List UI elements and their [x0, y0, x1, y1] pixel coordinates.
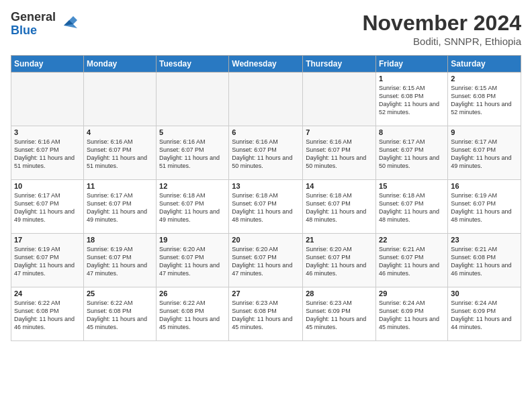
- calendar-cell: [229, 73, 303, 126]
- day-info: Sunrise: 6:18 AMSunset: 6:07 PMDaylight:…: [232, 191, 300, 224]
- day-number: 1: [379, 75, 445, 83]
- day-number: 16: [451, 182, 518, 190]
- col-sunday: Sunday: [11, 56, 84, 73]
- calendar-cell: [83, 73, 156, 126]
- day-info: Sunrise: 6:19 AMSunset: 6:07 PMDaylight:…: [451, 191, 518, 224]
- calendar-cell: 21Sunrise: 6:20 AMSunset: 6:07 PMDayligh…: [303, 234, 376, 287]
- day-number: 8: [379, 128, 445, 136]
- day-info: Sunrise: 6:20 AMSunset: 6:07 PMDaylight:…: [306, 245, 373, 278]
- day-number: 11: [87, 182, 153, 190]
- day-info: Sunrise: 6:22 AMSunset: 6:08 PMDaylight:…: [159, 299, 226, 332]
- day-number: 2: [451, 75, 518, 83]
- calendar-cell: 10Sunrise: 6:17 AMSunset: 6:07 PMDayligh…: [11, 180, 84, 234]
- calendar-week-row: 17Sunrise: 6:19 AMSunset: 6:07 PMDayligh…: [11, 234, 521, 287]
- day-number: 13: [232, 182, 300, 190]
- day-info: Sunrise: 6:17 AMSunset: 6:07 PMDaylight:…: [451, 138, 518, 171]
- day-info: Sunrise: 6:23 AMSunset: 6:09 PMDaylight:…: [306, 299, 373, 332]
- calendar-cell: 20Sunrise: 6:20 AMSunset: 6:07 PMDayligh…: [229, 234, 303, 287]
- day-info: Sunrise: 6:16 AMSunset: 6:07 PMDaylight:…: [306, 138, 373, 171]
- day-info: Sunrise: 6:19 AMSunset: 6:07 PMDaylight:…: [14, 245, 81, 278]
- calendar-cell: 23Sunrise: 6:21 AMSunset: 6:08 PMDayligh…: [448, 234, 521, 287]
- day-number: 28: [306, 289, 373, 298]
- calendar-header-row: Sunday Monday Tuesday Wednesday Thursday…: [11, 56, 521, 73]
- calendar-week-row: 1Sunrise: 6:15 AMSunset: 6:08 PMDaylight…: [11, 73, 521, 126]
- day-number: 3: [14, 128, 81, 136]
- calendar-cell: 9Sunrise: 6:17 AMSunset: 6:07 PMDaylight…: [448, 126, 521, 180]
- calendar-cell: 13Sunrise: 6:18 AMSunset: 6:07 PMDayligh…: [229, 180, 303, 234]
- calendar-cell: 4Sunrise: 6:16 AMSunset: 6:07 PMDaylight…: [83, 126, 156, 180]
- calendar-cell: 2Sunrise: 6:15 AMSunset: 6:08 PMDaylight…: [448, 73, 521, 126]
- logo: General Blue: [11, 11, 79, 38]
- day-number: 26: [159, 289, 226, 298]
- logo-icon: [58, 11, 79, 34]
- day-number: 25: [87, 289, 153, 298]
- col-tuesday: Tuesday: [157, 56, 229, 73]
- calendar-cell: [303, 73, 376, 126]
- day-number: 19: [159, 236, 226, 244]
- location-title: Boditi, SNNPR, Ethiopia: [362, 36, 521, 47]
- calendar-cell: 7Sunrise: 6:16 AMSunset: 6:07 PMDaylight…: [303, 126, 376, 180]
- day-info: Sunrise: 6:18 AMSunset: 6:07 PMDaylight:…: [379, 191, 445, 224]
- calendar-cell: 26Sunrise: 6:22 AMSunset: 6:08 PMDayligh…: [157, 287, 229, 341]
- day-number: 23: [451, 236, 518, 244]
- day-number: 14: [306, 182, 373, 190]
- calendar-cell: [157, 73, 229, 126]
- calendar: Sunday Monday Tuesday Wednesday Thursday…: [11, 55, 521, 341]
- day-info: Sunrise: 6:23 AMSunset: 6:08 PMDaylight:…: [232, 299, 300, 332]
- day-info: Sunrise: 6:15 AMSunset: 6:08 PMDaylight:…: [451, 84, 518, 117]
- day-number: 21: [306, 236, 373, 244]
- calendar-cell: 25Sunrise: 6:22 AMSunset: 6:08 PMDayligh…: [83, 287, 156, 341]
- day-info: Sunrise: 6:24 AMSunset: 6:09 PMDaylight:…: [451, 299, 518, 332]
- day-info: Sunrise: 6:18 AMSunset: 6:07 PMDaylight:…: [306, 191, 373, 224]
- calendar-cell: 18Sunrise: 6:19 AMSunset: 6:07 PMDayligh…: [83, 234, 156, 287]
- day-info: Sunrise: 6:16 AMSunset: 6:07 PMDaylight:…: [87, 138, 153, 171]
- calendar-cell: 19Sunrise: 6:20 AMSunset: 6:07 PMDayligh…: [157, 234, 229, 287]
- calendar-cell: 6Sunrise: 6:16 AMSunset: 6:07 PMDaylight…: [229, 126, 303, 180]
- day-info: Sunrise: 6:20 AMSunset: 6:07 PMDaylight:…: [159, 245, 226, 278]
- day-info: Sunrise: 6:21 AMSunset: 6:07 PMDaylight:…: [379, 245, 445, 278]
- day-number: 22: [379, 236, 445, 244]
- calendar-cell: 24Sunrise: 6:22 AMSunset: 6:08 PMDayligh…: [11, 287, 84, 341]
- calendar-cell: 5Sunrise: 6:16 AMSunset: 6:07 PMDaylight…: [157, 126, 229, 180]
- day-number: 15: [379, 182, 445, 190]
- day-info: Sunrise: 6:22 AMSunset: 6:08 PMDaylight:…: [87, 299, 153, 332]
- day-info: Sunrise: 6:21 AMSunset: 6:08 PMDaylight:…: [451, 245, 518, 278]
- day-number: 30: [451, 289, 518, 298]
- day-number: 12: [159, 182, 226, 190]
- calendar-week-row: 24Sunrise: 6:22 AMSunset: 6:08 PMDayligh…: [11, 287, 521, 341]
- day-number: 6: [232, 128, 300, 136]
- day-info: Sunrise: 6:15 AMSunset: 6:08 PMDaylight:…: [379, 84, 445, 117]
- day-number: 29: [379, 289, 445, 298]
- calendar-cell: 17Sunrise: 6:19 AMSunset: 6:07 PMDayligh…: [11, 234, 84, 287]
- day-number: 20: [232, 236, 300, 244]
- calendar-cell: 11Sunrise: 6:17 AMSunset: 6:07 PMDayligh…: [83, 180, 156, 234]
- calendar-cell: 22Sunrise: 6:21 AMSunset: 6:07 PMDayligh…: [376, 234, 448, 287]
- day-info: Sunrise: 6:16 AMSunset: 6:07 PMDaylight:…: [232, 138, 300, 171]
- day-number: 24: [14, 289, 81, 298]
- col-monday: Monday: [83, 56, 156, 73]
- page: General Blue November 2024 Boditi, SNNPR…: [0, 0, 532, 411]
- calendar-cell: 28Sunrise: 6:23 AMSunset: 6:09 PMDayligh…: [303, 287, 376, 341]
- day-number: 4: [87, 128, 153, 136]
- day-number: 17: [14, 236, 81, 244]
- calendar-cell: 14Sunrise: 6:18 AMSunset: 6:07 PMDayligh…: [303, 180, 376, 234]
- day-info: Sunrise: 6:24 AMSunset: 6:09 PMDaylight:…: [379, 299, 445, 332]
- calendar-cell: 30Sunrise: 6:24 AMSunset: 6:09 PMDayligh…: [448, 287, 521, 341]
- calendar-cell: 12Sunrise: 6:18 AMSunset: 6:07 PMDayligh…: [157, 180, 229, 234]
- month-title: November 2024: [362, 11, 521, 36]
- col-thursday: Thursday: [303, 56, 376, 73]
- col-saturday: Saturday: [448, 56, 521, 73]
- header: General Blue November 2024 Boditi, SNNPR…: [11, 11, 521, 47]
- col-friday: Friday: [376, 56, 448, 73]
- day-info: Sunrise: 6:17 AMSunset: 6:07 PMDaylight:…: [14, 191, 81, 224]
- day-info: Sunrise: 6:22 AMSunset: 6:08 PMDaylight:…: [14, 299, 81, 332]
- day-number: 27: [232, 289, 300, 298]
- calendar-cell: 1Sunrise: 6:15 AMSunset: 6:08 PMDaylight…: [376, 73, 448, 126]
- day-info: Sunrise: 6:18 AMSunset: 6:07 PMDaylight:…: [159, 191, 226, 224]
- day-number: 10: [14, 182, 81, 190]
- day-number: 9: [451, 128, 518, 136]
- day-info: Sunrise: 6:16 AMSunset: 6:07 PMDaylight:…: [159, 138, 226, 171]
- calendar-cell: [11, 73, 84, 126]
- day-number: 7: [306, 128, 373, 136]
- day-number: 18: [87, 236, 153, 244]
